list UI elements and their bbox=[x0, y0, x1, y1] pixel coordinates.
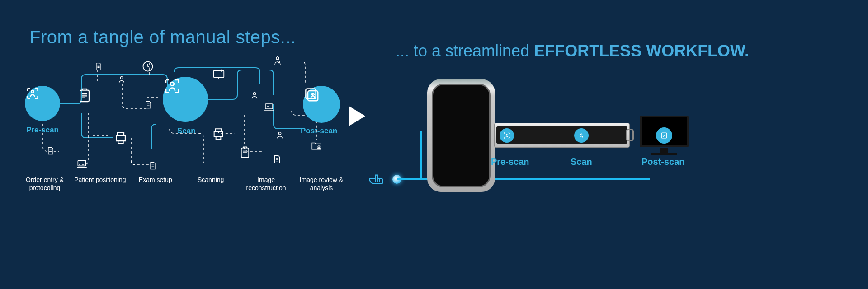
pre-scan-circle bbox=[25, 86, 60, 121]
laptop-icon bbox=[75, 158, 89, 170]
svg-point-15 bbox=[506, 134, 507, 135]
post-scan-label: Post-scan bbox=[301, 126, 337, 135]
doctor-icon bbox=[272, 55, 283, 67]
headline-left: From a tangle of manual steps... bbox=[29, 27, 296, 47]
document-icon bbox=[148, 160, 157, 171]
pre-scan-mini-circle bbox=[500, 128, 514, 143]
svg-rect-8 bbox=[214, 70, 224, 77]
user-icon bbox=[275, 130, 285, 140]
svg-point-1 bbox=[170, 82, 174, 86]
user-icon bbox=[250, 90, 259, 100]
post-scan-mini-circle bbox=[656, 127, 672, 144]
step-scanning: Scanning bbox=[184, 176, 237, 192]
svg-point-13 bbox=[278, 132, 281, 135]
tangle-diagram: Pre-scan Scan Post-scan bbox=[18, 59, 348, 194]
document-icon bbox=[272, 154, 282, 165]
play-arrow-icon bbox=[349, 106, 365, 126]
scanner-gantry-face bbox=[432, 84, 491, 187]
svg-point-6 bbox=[120, 77, 123, 79]
glow-line-vertical bbox=[420, 131, 422, 180]
scan-label: Scan bbox=[177, 126, 196, 135]
step-labels-row: Order entry & protocoling Patient positi… bbox=[18, 176, 348, 192]
document-icon bbox=[46, 145, 55, 156]
svg-point-9 bbox=[253, 93, 256, 95]
headline-right-bold: EFFORTLESS WORKFLOW. bbox=[534, 42, 749, 60]
headline-right-prefix: ... to a streamlined bbox=[396, 42, 534, 60]
user-icon bbox=[117, 75, 127, 84]
finger-press-icon bbox=[368, 172, 389, 188]
laptop-icon bbox=[262, 102, 276, 112]
clock-user-icon bbox=[142, 60, 154, 73]
printer-icon bbox=[210, 126, 226, 141]
svg-rect-7 bbox=[78, 160, 85, 166]
right-pre-scan-label: Pre-scan bbox=[491, 157, 529, 167]
clipboard-icon bbox=[77, 86, 92, 105]
svg-point-0 bbox=[31, 90, 34, 93]
right-post-scan-label: Post-scan bbox=[642, 157, 685, 167]
step-exam-setup: Exam setup bbox=[129, 176, 182, 192]
svg-point-16 bbox=[581, 134, 582, 135]
scan-circle bbox=[163, 77, 208, 122]
svg-point-14 bbox=[318, 146, 320, 148]
svg-point-12 bbox=[276, 57, 279, 60]
printer-icon bbox=[112, 130, 129, 145]
pre-scan-label: Pre-scan bbox=[26, 126, 59, 135]
post-scan-circle bbox=[303, 86, 340, 123]
clipboard-icon bbox=[239, 144, 251, 160]
scan-mini-circle bbox=[574, 128, 589, 143]
monitor-base bbox=[651, 153, 677, 155]
right-scan-label: Scan bbox=[571, 157, 592, 167]
step-image-reconstruction: Image reconstruction bbox=[240, 176, 293, 192]
document-icon bbox=[144, 99, 153, 110]
headline-right: ... to a streamlined EFFORTLESS WORKFLOW… bbox=[396, 42, 749, 61]
scanner-bed-handle bbox=[626, 129, 634, 141]
step-image-review: Image review & analysis bbox=[295, 176, 348, 192]
document-icon bbox=[94, 61, 103, 72]
scanner-bed-surface bbox=[496, 126, 627, 144]
folder-user-icon bbox=[310, 140, 323, 152]
step-order-entry: Order entry & protocoling bbox=[18, 176, 71, 192]
monitor-medical-icon bbox=[212, 68, 226, 81]
step-patient-positioning: Patient positioning bbox=[73, 176, 127, 192]
